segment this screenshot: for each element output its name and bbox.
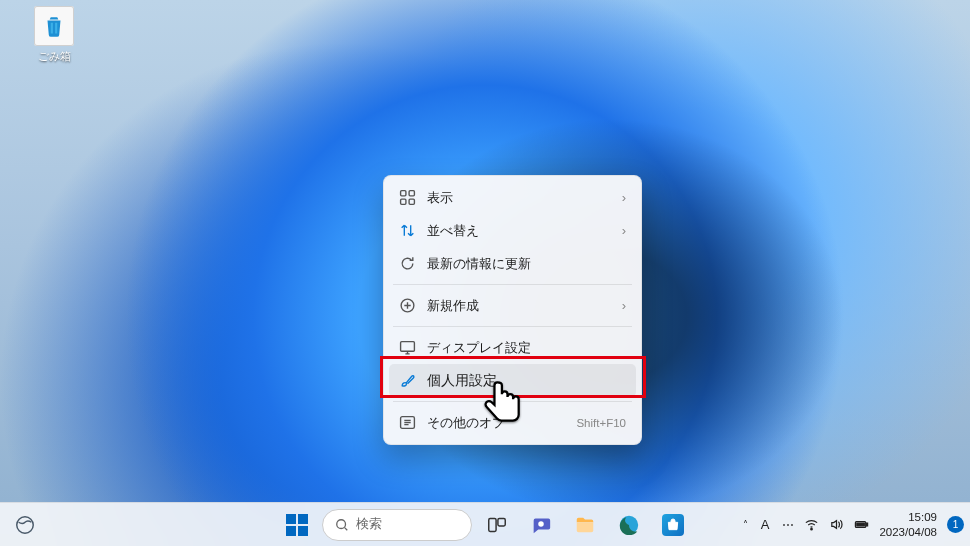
brush-icon bbox=[399, 372, 416, 389]
chat-button[interactable] bbox=[522, 506, 560, 544]
menu-item-refresh[interactable]: 最新の情報に更新 bbox=[389, 247, 636, 280]
svg-rect-3 bbox=[409, 199, 414, 204]
notification-badge[interactable]: 1 bbox=[947, 516, 964, 533]
volume-icon[interactable] bbox=[829, 517, 844, 532]
menu-item-sort[interactable]: 並べ替え › bbox=[389, 214, 636, 247]
menu-item-more-options[interactable]: その他のオプ Shift+F10 bbox=[389, 406, 636, 439]
plus-icon bbox=[399, 297, 416, 314]
menu-item-label: ディスプレイ設定 bbox=[427, 339, 626, 357]
chevron-right-icon: › bbox=[622, 223, 626, 238]
sort-icon bbox=[399, 222, 416, 239]
menu-item-label: 個人用設定 bbox=[427, 372, 626, 390]
display-icon bbox=[399, 339, 416, 356]
svg-rect-9 bbox=[489, 518, 496, 531]
menu-separator bbox=[393, 284, 632, 285]
svg-point-11 bbox=[538, 521, 544, 527]
wifi-icon[interactable] bbox=[804, 517, 819, 532]
grid-icon bbox=[399, 189, 416, 206]
chevron-right-icon: › bbox=[622, 190, 626, 205]
file-explorer-button[interactable] bbox=[566, 506, 604, 544]
desktop-context-menu: 表示 › 並べ替え › 最新の情報に更新 新規作成 › ディスプレイ設定 個人用… bbox=[383, 175, 642, 445]
svg-rect-16 bbox=[857, 523, 865, 526]
tray-more-icon[interactable]: ⋯ bbox=[782, 518, 794, 532]
start-button[interactable] bbox=[278, 506, 316, 544]
menu-separator bbox=[393, 401, 632, 402]
taskbar: 検索 ˄ A ⋯ 15:09 2023/04/08 1 bbox=[0, 502, 970, 546]
battery-icon[interactable] bbox=[854, 517, 869, 532]
menu-item-label: 並べ替え bbox=[427, 222, 611, 240]
menu-item-label: その他のオプ bbox=[427, 414, 565, 432]
desktop-icon-label: ごみ箱 bbox=[38, 49, 71, 64]
taskbar-search[interactable]: 検索 bbox=[322, 509, 472, 541]
search-icon bbox=[335, 518, 349, 532]
menu-item-label: 最新の情報に更新 bbox=[427, 255, 626, 273]
clock-date: 2023/04/08 bbox=[879, 525, 937, 539]
menu-item-new[interactable]: 新規作成 › bbox=[389, 289, 636, 322]
clock-time: 15:09 bbox=[908, 510, 937, 524]
chevron-right-icon: › bbox=[622, 298, 626, 313]
svg-rect-5 bbox=[401, 342, 415, 352]
task-view-button[interactable] bbox=[478, 506, 516, 544]
menu-item-label: 表示 bbox=[427, 189, 611, 207]
menu-item-shortcut: Shift+F10 bbox=[576, 417, 626, 429]
widgets-button[interactable] bbox=[6, 506, 44, 544]
svg-point-8 bbox=[337, 519, 346, 528]
search-placeholder: 検索 bbox=[356, 516, 382, 533]
svg-rect-15 bbox=[867, 523, 868, 526]
svg-rect-0 bbox=[401, 191, 406, 196]
desktop-icon-recycle-bin[interactable]: ごみ箱 bbox=[18, 6, 90, 64]
svg-point-7 bbox=[17, 516, 34, 533]
desktop[interactable]: ごみ箱 表示 › 並べ替え › 最新の情報に更新 新規作成 › ディスプレイ設定 bbox=[0, 0, 970, 546]
windows-logo-icon bbox=[286, 514, 308, 536]
svg-rect-10 bbox=[498, 518, 505, 525]
menu-item-display-settings[interactable]: ディスプレイ設定 bbox=[389, 331, 636, 364]
refresh-icon bbox=[399, 255, 416, 272]
tray-chevron-icon[interactable]: ˄ bbox=[743, 519, 748, 530]
svg-rect-2 bbox=[401, 199, 406, 204]
svg-point-13 bbox=[811, 528, 813, 530]
recycle-bin-icon bbox=[34, 6, 74, 46]
menu-item-view[interactable]: 表示 › bbox=[389, 181, 636, 214]
edge-button[interactable] bbox=[610, 506, 648, 544]
store-button[interactable] bbox=[654, 506, 692, 544]
menu-item-label: 新規作成 bbox=[427, 297, 611, 315]
taskbar-clock[interactable]: 15:09 2023/04/08 bbox=[879, 510, 937, 539]
system-tray: ˄ A ⋯ 15:09 2023/04/08 1 bbox=[743, 510, 964, 539]
menu-separator bbox=[393, 326, 632, 327]
ime-indicator[interactable]: A bbox=[758, 517, 773, 532]
menu-item-personalize[interactable]: 個人用設定 bbox=[389, 364, 636, 397]
more-icon bbox=[399, 414, 416, 431]
svg-rect-1 bbox=[409, 191, 414, 196]
